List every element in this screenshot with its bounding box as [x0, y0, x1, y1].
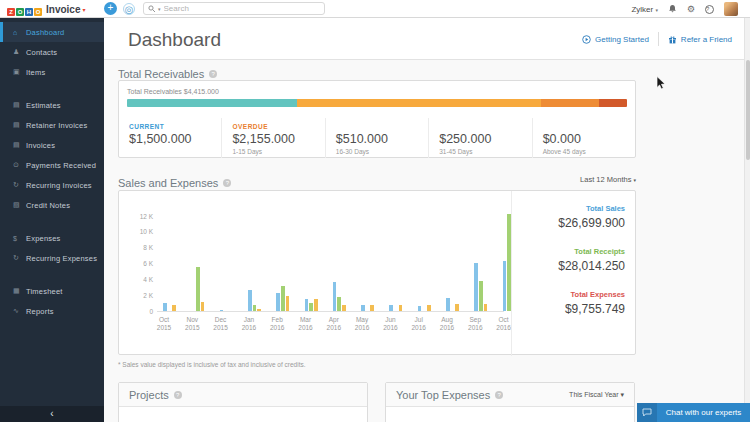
- chart-xlabel: Sep2016: [461, 316, 489, 331]
- help-icon[interactable]: ?: [705, 5, 714, 14]
- retainer-invoice-icon: ▤: [13, 121, 26, 129]
- sidebar-item-contacts[interactable]: ♟Contacts: [0, 42, 104, 62]
- receivables-column-label: OVERDUE: [232, 123, 324, 131]
- chart-xlabel: Jun2016: [376, 316, 404, 331]
- projects-help-icon[interactable]: ?: [174, 391, 182, 399]
- projects-card: Projects?: [118, 382, 368, 422]
- header-links: Getting Started Refer a Friend: [582, 18, 732, 60]
- chat-bubble-icon: [637, 403, 657, 422]
- sidebar-item-label: Dashboard: [26, 28, 65, 37]
- sales-section-header: Sales and Expenses? Last 12 Months ▾: [118, 173, 636, 187]
- receivables-section-title: Total Receivables?: [118, 68, 217, 80]
- sidebar-item-label: Credit Notes: [26, 201, 70, 210]
- sidebar-item-invoices[interactable]: ▤Invoices: [0, 135, 104, 155]
- sidebar-item-retainer-invoices[interactable]: ▤Retainer Invoices: [0, 115, 104, 135]
- receivables-column-0: CURRENT$1,500.000: [119, 118, 221, 158]
- receivables-column-label: [439, 123, 531, 131]
- sidebar-item-reports[interactable]: ∿Reports: [0, 301, 104, 321]
- user-avatar[interactable]: [724, 2, 738, 16]
- receivables-help-icon[interactable]: ?: [209, 70, 217, 78]
- chart-ytick: 2 K: [143, 292, 153, 299]
- chart-bar-sales: [220, 310, 224, 311]
- sidebar-item-dashboard[interactable]: ⌂Dashboard: [0, 22, 104, 42]
- sidebar-item-items[interactable]: ▣Items: [0, 62, 104, 82]
- sidebar-item-credit-notes[interactable]: ▧Credit Notes: [0, 195, 104, 215]
- receivables-columns: CURRENT$1,500.000OVERDUE$2,155.0001-15 D…: [119, 118, 635, 158]
- chart-bar-sales: [418, 306, 422, 311]
- quick-create-button[interactable]: +: [104, 2, 117, 15]
- sidebar-item-payments-received[interactable]: ⊙Payments Received: [0, 155, 104, 175]
- topbar: ZOHO Invoice ▾ + ◎ ▾ Zylker ▾ ⚙ ?: [0, 0, 750, 18]
- summary-label: Total Receipts: [558, 247, 625, 256]
- chart-bar-sales: [163, 303, 167, 311]
- search-scope-caret-icon[interactable]: ▾: [158, 6, 161, 12]
- receivables-column-label: CURRENT: [129, 123, 221, 131]
- chart-bar-group-feb-2016: [276, 286, 290, 311]
- zoho-logo-tile: Z: [7, 8, 15, 16]
- search-input[interactable]: [164, 4, 320, 13]
- sidebar-item-recurring-invoices[interactable]: ↻Recurring Invoices: [0, 175, 104, 195]
- timesheet-icon: ▦: [13, 287, 26, 295]
- estimate-icon: ▤: [13, 101, 26, 109]
- chart-bar-group-oct-2015: [163, 303, 177, 311]
- expenses-icon: $: [13, 235, 26, 242]
- zoho-logo-tile: O: [16, 8, 24, 16]
- chart-bar-group-may-2016: [361, 305, 375, 311]
- sidebar-item-expenses[interactable]: $Expenses: [0, 228, 104, 248]
- settings-gear-icon[interactable]: ⚙: [687, 5, 695, 14]
- recurring-expenses-icon: ↻: [13, 254, 26, 262]
- chart-xlabel: May2016: [348, 316, 376, 331]
- sidebar-nav: ⌂Dashboard♟Contacts▣Items▤Estimates▤Reta…: [0, 18, 104, 321]
- recent-activity-button[interactable]: ◎: [123, 3, 135, 15]
- chart-bar-sales: [474, 263, 478, 311]
- chart-bar-sales: [305, 299, 309, 311]
- chart-ytick: 4 K: [143, 276, 153, 283]
- chat-with-experts-button[interactable]: Chat with our experts: [637, 403, 750, 422]
- org-dropdown[interactable]: Zylker ▾: [631, 5, 658, 14]
- zoho-logo-tiles: ZOHO: [7, 0, 43, 18]
- sidebar-collapse-button[interactable]: ‹: [0, 406, 104, 422]
- page-scrollbar-thumb[interactable]: [746, 60, 750, 160]
- zoho-logo-tile: H: [25, 8, 33, 16]
- chart-bar-group-mar-2016: [305, 299, 319, 311]
- receivables-bar-label: Total Receivables $4,415.000: [127, 88, 627, 95]
- notifications-bell-icon[interactable]: [668, 4, 677, 14]
- payments-received-icon: ⊙: [13, 161, 26, 169]
- chart-bar-group-jul-2016: [418, 305, 432, 311]
- sales-expenses-chart: 02 K4 K6 K8 K10 K12 KOct2015Nov2015Dec20…: [119, 191, 511, 356]
- product-dropdown-caret-icon[interactable]: ▾: [82, 6, 85, 13]
- chart-xlabel: Feb2016: [263, 316, 291, 331]
- play-circle-icon: [582, 35, 591, 44]
- top-expenses-help-icon[interactable]: ?: [495, 391, 503, 399]
- chart-bar-receipts: [196, 267, 200, 311]
- sidebar-item-label: Invoices: [26, 141, 55, 150]
- refer-a-friend-link[interactable]: Refer a Friend: [668, 35, 732, 44]
- getting-started-link[interactable]: Getting Started: [582, 35, 649, 44]
- home-icon: ⌂: [13, 29, 26, 36]
- chart-bar-group-sep-2016: [474, 263, 488, 311]
- sidebar-item-recurring-expenses[interactable]: ↻Recurring Expenses: [0, 248, 104, 268]
- chart-ytick: 6 K: [143, 260, 153, 267]
- chart-bar-expenses: [484, 304, 488, 311]
- chart-ytick: 0: [149, 308, 153, 315]
- page-header: Dashboard Getting Started Refer a Friend: [104, 18, 750, 60]
- sidebar-item-timesheet[interactable]: ▦Timesheet: [0, 281, 104, 301]
- chart-xlabel: Dec2015: [207, 316, 235, 331]
- page-scrollbar[interactable]: [744, 18, 750, 422]
- sales-help-icon[interactable]: ?: [223, 179, 231, 187]
- chart-bar-expenses: [201, 302, 205, 311]
- chart-bar-sales: [389, 305, 393, 311]
- receivables-column-sub: 31-45 Days: [439, 148, 531, 155]
- receivables-column-sub: Above 45 days: [543, 148, 635, 155]
- top-expenses-title: Your Top Expenses?: [396, 389, 503, 401]
- sales-range-dropdown[interactable]: Last 12 Months ▾: [580, 175, 636, 184]
- zoho-logo[interactable]: ZOHO Invoice ▾: [7, 3, 85, 15]
- contacts-icon: ♟: [13, 48, 26, 56]
- search-box[interactable]: ▾: [143, 2, 325, 15]
- main-area: Dashboard Getting Started Refer a Friend…: [104, 18, 750, 422]
- sidebar-item-estimates[interactable]: ▤Estimates: [0, 95, 104, 115]
- zoho-invoice-app: ZOHO Invoice ▾ + ◎ ▾ Zylker ▾ ⚙ ? ⌂Dashb…: [0, 0, 750, 422]
- chart-bar-receipts: [281, 286, 285, 311]
- chart-bar-receipts: [479, 281, 483, 311]
- top-expenses-range-dropdown[interactable]: This Fiscal Year ▾: [569, 391, 624, 399]
